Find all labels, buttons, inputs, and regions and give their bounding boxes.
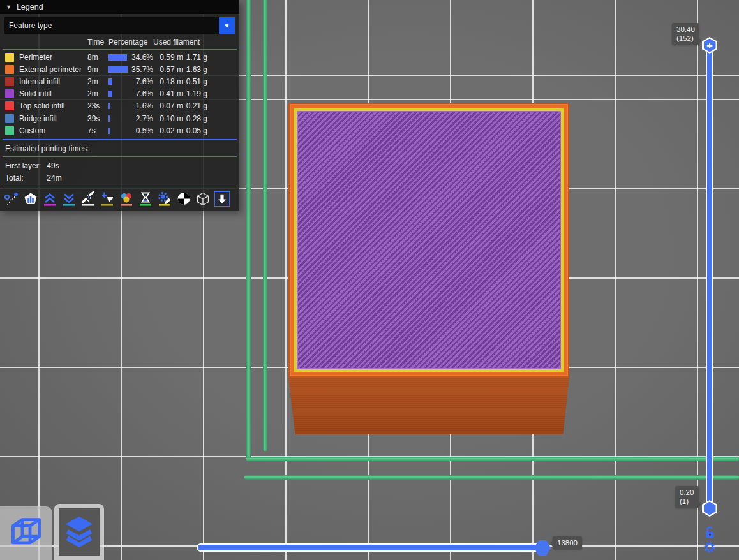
feature-name: Perimeter bbox=[19, 53, 87, 62]
view-type-selected: Feature type bbox=[9, 21, 52, 30]
lock-icon[interactable] bbox=[704, 526, 716, 539]
feature-time: 23s bbox=[87, 101, 108, 110]
feature-color-swatch bbox=[5, 126, 14, 135]
custom-path-horizontal-2 bbox=[244, 475, 739, 480]
feature-used-grams: 1.71 g bbox=[183, 53, 207, 62]
legend-table-row: Perimeter 8m 34.6% 0.59 m 1.71 g bbox=[0, 51, 239, 63]
feature-percentage: 35.7% bbox=[131, 65, 153, 74]
moves-slider-track[interactable] bbox=[197, 543, 550, 552]
feature-used-meters: 0.07 m bbox=[153, 101, 183, 110]
feature-used-meters: 0.10 m bbox=[153, 114, 183, 123]
cube-icon bbox=[8, 513, 45, 553]
feature-color-swatch bbox=[5, 89, 14, 98]
total-label: Total: bbox=[5, 172, 45, 184]
moves-tooltip: 13800 bbox=[553, 536, 582, 549]
feature-time: 8m bbox=[87, 53, 108, 62]
feature-color-swatch bbox=[5, 53, 14, 62]
layer-slider-track[interactable] bbox=[706, 45, 713, 508]
legend-table-row: Internal infill 2m 7.6% 0.18 m 0.51 g bbox=[0, 75, 239, 87]
pause-prints-icon[interactable] bbox=[138, 191, 153, 207]
feature-used-grams: 1.19 g bbox=[183, 89, 207, 98]
tool-changes-icon[interactable] bbox=[100, 191, 115, 207]
feature-color-swatch bbox=[5, 77, 14, 86]
feature-used-grams: 0.51 g bbox=[183, 77, 207, 86]
legend-table-row: Bridge infill 39s 2.7% 0.10 m 0.28 g bbox=[0, 112, 239, 124]
feature-used-meters: 0.41 m bbox=[153, 89, 183, 98]
legend-panel: ▼ Legend Feature type ▼ Time Percentage … bbox=[0, 0, 239, 211]
layer-bottom-tooltip: 0.20 (1) bbox=[675, 486, 699, 508]
perimeter-ring bbox=[294, 108, 564, 372]
layers-icon bbox=[61, 513, 97, 551]
view-mode-buttons bbox=[0, 504, 104, 560]
retractions-icon[interactable] bbox=[42, 191, 57, 207]
solid-infill-surface bbox=[297, 111, 561, 369]
estimated-times-title: Estimated printing times: bbox=[0, 140, 239, 156]
legend-table-body: Perimeter 8m 34.6% 0.59 m 1.71 g Externa… bbox=[0, 51, 239, 136]
feature-used-grams: 0.05 g bbox=[183, 126, 207, 135]
legend-table-row: Top solid infill 23s 1.6% 0.07 m 0.21 g bbox=[0, 100, 239, 112]
custom-path-vertical-1 bbox=[246, 0, 251, 461]
layer-bottom-index: (1) bbox=[680, 497, 694, 506]
wipe-icon[interactable] bbox=[23, 191, 38, 207]
dropdown-arrow-button[interactable]: ▼ bbox=[219, 17, 235, 34]
feature-name: Top solid infill bbox=[19, 101, 87, 110]
percentage-bar bbox=[108, 115, 110, 122]
percentage-bar bbox=[108, 128, 110, 134]
color-changes-icon[interactable] bbox=[119, 191, 134, 207]
seams-icon[interactable] bbox=[80, 191, 96, 207]
shells-icon[interactable] bbox=[195, 191, 211, 207]
center-of-mass-icon[interactable] bbox=[176, 191, 191, 207]
header-time: Time bbox=[87, 38, 108, 47]
percentage-bar bbox=[108, 91, 112, 97]
printing-times: First layer: 49s Total: 24m bbox=[0, 157, 239, 186]
feature-used-meters: 0.59 m bbox=[153, 53, 183, 62]
legend-table-row: Solid infill 2m 7.6% 0.41 m 1.19 g bbox=[0, 88, 239, 100]
travels-icon[interactable] bbox=[4, 191, 19, 207]
layer-bottom-value: 0.20 bbox=[680, 488, 694, 497]
first-layer-value: 49s bbox=[47, 161, 59, 170]
preview-view-button[interactable] bbox=[54, 504, 104, 560]
percentage-bar bbox=[108, 78, 112, 85]
chevron-down-icon: ▼ bbox=[224, 22, 230, 29]
feature-name: Solid infill bbox=[19, 89, 87, 98]
total-value: 24m bbox=[47, 173, 61, 182]
feature-used-meters: 0.02 m bbox=[153, 126, 183, 135]
feature-name: Custom bbox=[19, 126, 87, 135]
feature-percentage: 0.5% bbox=[136, 126, 153, 135]
header-percentage: Percentage bbox=[108, 38, 153, 47]
feature-percentage: 7.6% bbox=[136, 77, 153, 86]
moves-value: 13800 bbox=[557, 539, 578, 547]
first-layer-label: First layer: bbox=[5, 160, 45, 172]
feature-percentage: 2.7% bbox=[136, 114, 153, 123]
feature-color-swatch bbox=[5, 114, 14, 123]
deretractions-icon[interactable] bbox=[61, 191, 77, 207]
feature-percentage: 1.6% bbox=[136, 101, 153, 110]
separator bbox=[3, 49, 237, 50]
print-object-front-wall[interactable] bbox=[288, 378, 569, 434]
legend-table-row: External perimeter 9m 35.7% 0.57 m 1.63 … bbox=[0, 63, 239, 75]
feature-used-grams: 1.63 g bbox=[183, 65, 207, 74]
gear-icon[interactable] bbox=[703, 541, 716, 554]
feature-percentage: 34.6% bbox=[131, 53, 153, 62]
editor-view-button[interactable] bbox=[0, 506, 52, 560]
first-layer-row: First layer: 49s bbox=[5, 160, 234, 172]
feature-name: Bridge infill bbox=[19, 114, 87, 123]
print-object-top-face[interactable] bbox=[288, 103, 569, 378]
custom-gcodes-icon[interactable] bbox=[157, 191, 172, 207]
legend-table-header: Time Percentage Used filament bbox=[0, 35, 239, 49]
feature-time: 7s bbox=[87, 126, 108, 135]
layer-top-index: (152) bbox=[676, 34, 694, 43]
plus-icon: + bbox=[706, 40, 713, 51]
legend-table-row: Custom 7s 0.5% 0.02 m 0.05 g bbox=[0, 124, 239, 136]
feature-name: External perimeter bbox=[19, 65, 87, 74]
legend-titlebar[interactable]: ▼ Legend bbox=[0, 0, 239, 14]
collapse-triangle-icon[interactable]: ▼ bbox=[6, 4, 11, 10]
view-type-dropdown[interactable]: Feature type ▼ bbox=[4, 17, 235, 34]
feature-time: 39s bbox=[87, 114, 108, 123]
header-used-filament: Used filament bbox=[153, 38, 207, 47]
feature-time: 2m bbox=[87, 89, 108, 98]
percentage-bar bbox=[108, 103, 110, 109]
feature-color-swatch bbox=[5, 65, 14, 74]
legend-arrow-icon[interactable] bbox=[214, 191, 230, 207]
feature-used-meters: 0.57 m bbox=[153, 65, 183, 74]
